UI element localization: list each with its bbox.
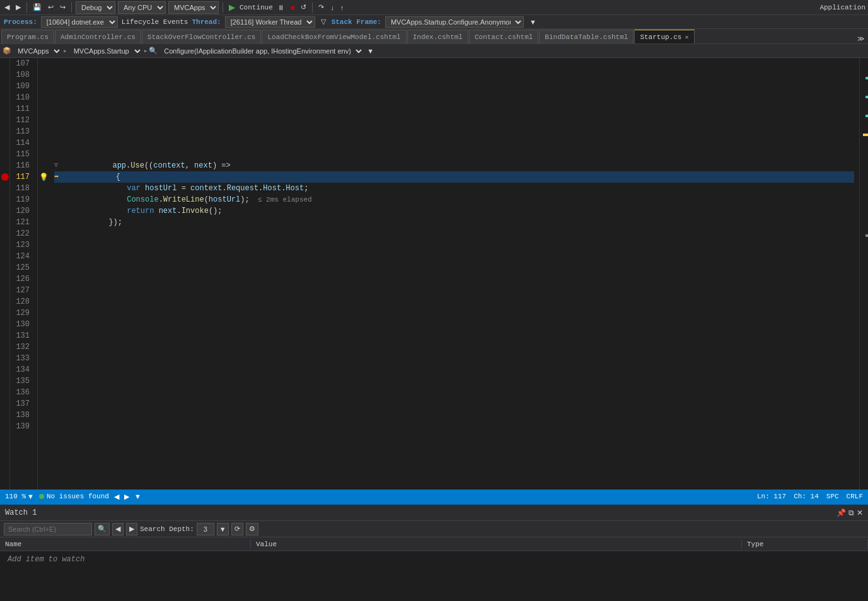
code-118-var: var [127, 183, 141, 194]
code-line-110 [54, 92, 854, 103]
issues-label: No issues found [47, 493, 109, 500]
tab-contact[interactable]: Contact.cshtml [469, 30, 538, 43]
tab-stackoverflow[interactable]: StackOverFlowController.cs [142, 30, 262, 43]
tab-bar: Program.cs AdminController.cs StackOverF… [0, 29, 868, 44]
code-line-121: }); [54, 217, 854, 228]
gutter-row-109 [0, 81, 9, 92]
tab-loadcheckbox[interactable]: LoadCheckBoxFromViewModel.cshtml [262, 30, 406, 43]
breadcrumb-class-dropdown[interactable]: MVCApps.Startup [69, 46, 142, 56]
issues-dropdown-btn[interactable]: ▼ [134, 493, 141, 500]
thread-dropdown[interactable]: [26116] Worker Thread [225, 16, 315, 28]
ide-window: ◀ ▶ 💾 ↩ ↪ Debug Any CPU MVCApps ▶ Contin… [0, 0, 868, 601]
line-info: Ln: 117 [757, 493, 786, 500]
tab-index[interactable]: Index.cshtml [407, 30, 468, 43]
code-line-116: ▽ app . Use (( context , next ) => [54, 160, 854, 171]
breadcrumb-method-dropdown[interactable]: Configure(IApplicationBuilder app, IHost… [159, 46, 364, 56]
code-118-hosturl: hostUrl [145, 183, 176, 194]
right-marker-3 [865, 115, 868, 117]
tab-program[interactable]: Program.cs [1, 30, 54, 43]
watch-depth-dropdown-btn[interactable]: ▼ [217, 523, 229, 535]
tab-startup[interactable]: Startup.cs ✕ [634, 30, 695, 43]
breadcrumb-expand-btn[interactable]: ▼ [365, 47, 376, 55]
project-dropdown[interactable]: MVCApps [168, 1, 219, 14]
pause-btn[interactable]: ⏸ [275, 3, 286, 12]
watch-nav-back-btn[interactable]: ◀ [112, 523, 124, 535]
stack-frame-dropdown[interactable]: MVCApps.Startup.Configure.Anonymous< [385, 16, 524, 28]
lg-109 [38, 81, 49, 92]
watch-pin-btn[interactable]: 📌 [836, 508, 846, 517]
col-info: Ch: 14 [794, 493, 819, 500]
ln-111: 111 [13, 103, 32, 115]
zoom-dropdown-btn[interactable]: ▼ [27, 493, 34, 500]
watch-title: Watch 1 [5, 508, 37, 517]
tab-overflow-btn[interactable]: ≫ [855, 34, 867, 43]
tab-binddatatable[interactable]: BindDataTable.cshtml [539, 30, 634, 43]
code-content[interactable]: ▽ app . Use (( context , next ) => ➡ { [49, 58, 859, 489]
code-line-108 [54, 69, 854, 81]
code-line-137 [54, 398, 854, 409]
breadcrumb-namespace-dropdown[interactable]: MVCApps [13, 46, 62, 56]
code-line-109 [54, 81, 854, 92]
watch-depth-input[interactable] [197, 523, 214, 535]
code-line-128 [54, 296, 854, 307]
breadcrumb-sep-1: ▸ [63, 47, 67, 55]
lg-116 [38, 160, 49, 171]
watch-settings-btn[interactable]: ⚙ [246, 523, 258, 535]
lg-108 [38, 69, 49, 81]
watch-header-left: Watch 1 [5, 508, 37, 517]
navigation-back-btn[interactable]: ◀ [114, 493, 119, 501]
stop-btn[interactable]: ■ [289, 3, 297, 12]
ln-109: 109 [13, 81, 32, 92]
step-out-btn[interactable]: ↑ [339, 3, 346, 12]
navigation-forward-btn[interactable]: ▶ [124, 493, 129, 501]
continue-btn[interactable]: ▶ [227, 2, 237, 13]
ln-132: 132 [13, 341, 32, 353]
code-line-138 [54, 409, 854, 421]
restart-btn[interactable]: ↺ [299, 3, 308, 12]
lightbulb-gutter: 💡 [38, 58, 49, 489]
toolbar-sep-2 [71, 3, 72, 13]
code-line-139 [54, 421, 854, 432]
toolbar-redo-btn[interactable]: ↪ [58, 3, 67, 12]
watch-nav-forward-btn[interactable]: ▶ [126, 523, 137, 535]
watch-add-item[interactable]: Add item to watch [5, 554, 863, 565]
toolbar-sep-3 [223, 3, 223, 13]
line-numbers: 107 108 109 110 111 112 113 114 115 116 … [10, 58, 38, 489]
gutter-row-121 [0, 217, 9, 228]
lg-115 [38, 149, 49, 160]
code-119-time: ≤ 2ms elapsed [250, 194, 312, 205]
debug-config-dropdown[interactable]: Debug [76, 1, 115, 14]
toolbar-save-btn[interactable]: 💾 [31, 3, 43, 12]
filter-btn[interactable]: ▽ [319, 17, 328, 26]
lg-114 [38, 137, 49, 149]
code-line-113 [54, 126, 854, 137]
toolbar-forward-btn[interactable]: ▶ [14, 3, 23, 12]
step-into-btn[interactable]: ↓ [328, 3, 336, 12]
code-line-124 [54, 251, 854, 262]
ln-120: 120 [13, 205, 32, 217]
status-bar: 110 % ▼ No issues found ◀ ▶ ▼ Ln: 117 Ch… [0, 489, 868, 503]
thread-label: Thread: [192, 18, 221, 26]
gutter-row-118 [0, 183, 9, 194]
watch-close-btn[interactable]: ✕ [857, 508, 863, 517]
ln-134: 134 [13, 364, 32, 375]
code-118-indent [54, 183, 127, 194]
tab-admin[interactable]: AdminController.cs [55, 30, 141, 43]
tab-startup-close[interactable]: ✕ [684, 33, 689, 41]
stack-expand-btn[interactable]: ▼ [528, 18, 538, 26]
step-over-btn[interactable]: ↷ [316, 3, 326, 12]
watch-float-btn[interactable]: ⧉ [848, 508, 854, 517]
lightbulb-icon[interactable]: 💡 [39, 173, 49, 182]
zoom-control: 110 % ▼ [5, 493, 34, 500]
main-toolbar: ◀ ▶ 💾 ↩ ↪ Debug Any CPU MVCApps ▶ Contin… [0, 0, 868, 15]
ln-133: 133 [13, 353, 32, 364]
watch-refresh-btn[interactable]: ⟳ [231, 523, 243, 535]
code-119-hosturl: hostUrl [209, 194, 240, 205]
watch-search-btn[interactable]: 🔍 [95, 523, 110, 535]
process-dropdown[interactable]: [10604] dotnet.exe [41, 16, 118, 28]
toolbar-undo-btn[interactable]: ↩ [46, 3, 55, 12]
watch-content[interactable]: Add item to watch [0, 551, 868, 601]
toolbar-back-btn[interactable]: ◀ [3, 3, 11, 12]
cpu-dropdown[interactable]: Any CPU [118, 1, 166, 14]
watch-search-input[interactable] [4, 523, 92, 535]
